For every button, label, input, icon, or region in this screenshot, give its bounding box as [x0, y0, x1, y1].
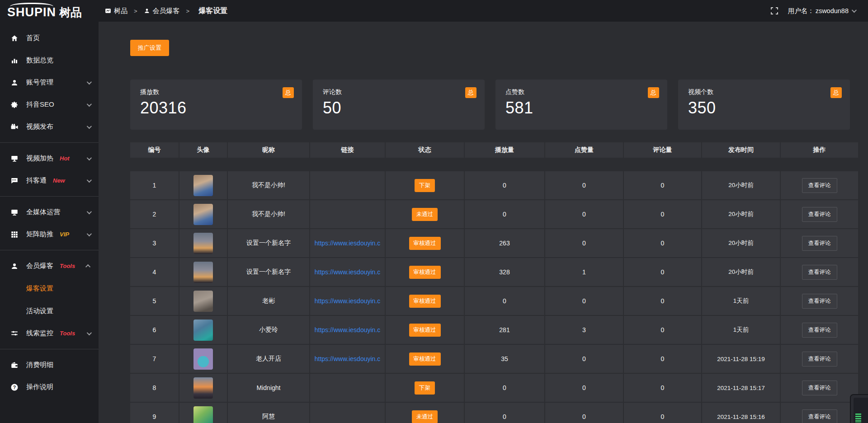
sidebar-item-label: 视频加热: [26, 154, 53, 163]
topbar: 树品 > 会员爆客 > 爆客设置 用户名：zswodun88: [0, 0, 868, 22]
video-link[interactable]: https://www.iesdouyin.c: [315, 240, 381, 247]
cell-time: 20小时前: [702, 229, 780, 257]
stat-label: 评论数: [323, 88, 475, 96]
breadcrumb-member-baoke[interactable]: 会员爆客: [144, 7, 180, 15]
total-badge: 总: [283, 87, 294, 98]
user-icon: [144, 8, 150, 14]
breadcrumb-separator: >: [134, 8, 137, 14]
col-header-time: 发布时间: [702, 142, 780, 158]
breadcrumb: 树品 > 会员爆客 > 爆客设置: [105, 6, 227, 16]
sidebar-item-douketong[interactable]: 抖客通 New: [0, 169, 99, 192]
cell-action: 查看评论: [781, 258, 858, 286]
user-menu[interactable]: 用户名：zswodun88: [788, 7, 855, 15]
fullscreen-icon[interactable]: [771, 7, 778, 14]
bar-chart-icon: [10, 56, 19, 65]
cell-comments: 0: [624, 316, 701, 344]
sidebar-item-expense-detail[interactable]: 消费明细: [0, 354, 99, 376]
brand-logo[interactable]: SHUPIN 树品: [0, 0, 99, 24]
stat-value: 350: [688, 99, 840, 118]
sidebar-item-label: 操作说明: [26, 383, 53, 391]
cell-num: 5: [130, 287, 179, 315]
sidebar-item-home[interactable]: 首页: [0, 27, 99, 49]
video-link[interactable]: https://www.iesdouyin.c: [315, 326, 381, 334]
sidebar-subitem-label: 爆客设置: [26, 284, 53, 293]
cell-plays: 281: [465, 316, 544, 344]
performance-widget[interactable]: [850, 394, 868, 423]
status-badge: 审核通过: [409, 324, 441, 337]
chevron-up-icon: [85, 264, 90, 269]
view-comments-button[interactable]: 查看评论: [802, 409, 837, 423]
sidebar-item-data-overview[interactable]: 数据总览: [0, 49, 99, 71]
cell-num: 8: [130, 374, 179, 402]
video-link[interactable]: https://www.iesdouyin.c: [315, 268, 381, 276]
cell-nickname: 老人开店: [228, 345, 309, 373]
chevron-down-icon: [87, 155, 92, 160]
cell-time: 20小时前: [702, 258, 780, 286]
view-comments-button[interactable]: 查看评论: [802, 323, 837, 338]
view-comments-button[interactable]: 查看评论: [802, 265, 837, 280]
view-comments-button[interactable]: 查看评论: [802, 207, 837, 222]
user-icon: [10, 79, 19, 87]
view-comments-button[interactable]: 查看评论: [802, 178, 837, 193]
sidebar-item-all-media[interactable]: 全媒体运营: [0, 201, 99, 223]
sidebar-item-member-baoke[interactable]: 会员爆客 Tools: [0, 255, 99, 277]
stat-card-videos: 视频个数 350 总: [678, 80, 850, 130]
sidebar-divider: [0, 196, 99, 197]
sidebar-item-matrix-boost[interactable]: 矩阵助推 VIP: [0, 223, 99, 245]
help-icon: ?: [10, 383, 19, 391]
cell-comments: 0: [624, 258, 701, 286]
sidebar-item-label: 抖客通: [26, 176, 47, 185]
sidebar-item-clue-monitor[interactable]: 线索监控 Tools: [0, 322, 99, 344]
sidebar-item-label: 视频发布: [26, 122, 53, 131]
cell-link: [310, 171, 385, 199]
cell-plays: 263: [465, 229, 544, 257]
total-badge: 总: [648, 87, 659, 98]
avatar: [193, 175, 213, 196]
sidebar-item-account-mgmt[interactable]: 账号管理: [0, 71, 99, 94]
status-badge: 审核通过: [409, 237, 441, 250]
cell-comments: 0: [624, 345, 701, 373]
brand-logo-cn: 树品: [59, 7, 82, 18]
sidebar-item-label: 矩阵助推: [26, 230, 53, 239]
sidebar-item-video-heat[interactable]: 视频加热 Hot: [0, 147, 99, 169]
view-comments-button[interactable]: 查看评论: [802, 294, 837, 309]
cell-likes: 0: [545, 229, 623, 257]
cell-nickname: 我不是小帅!: [228, 171, 309, 199]
cell-avatar: [179, 374, 227, 402]
cell-time: 20小时前: [702, 171, 780, 199]
sidebar-item-douyin-seo[interactable]: 抖音SEO: [0, 94, 99, 116]
cell-comments: 0: [624, 171, 701, 199]
chevron-down-icon: [87, 177, 92, 182]
cell-comments: 0: [624, 200, 701, 228]
chevron-down-icon: [852, 8, 857, 13]
cell-status: 审核通过: [386, 229, 464, 257]
cell-action: 查看评论: [781, 171, 858, 199]
sliders-icon: [10, 329, 19, 338]
cell-action: 查看评论: [781, 229, 858, 257]
view-comments-button[interactable]: 查看评论: [802, 352, 837, 367]
user-icon: [10, 262, 19, 270]
avatar: [193, 291, 213, 312]
cell-link: https://www.iesdouyin.c: [310, 229, 385, 257]
breadcrumb-home[interactable]: 树品: [105, 7, 127, 15]
cell-avatar: [179, 200, 227, 228]
cell-num: 4: [130, 258, 179, 286]
sidebar-subitem-baoke-settings[interactable]: 爆客设置: [0, 277, 99, 300]
sidebar-item-label: 全媒体运营: [26, 208, 60, 216]
sidebar-subitem-activity-settings[interactable]: 活动设置: [0, 300, 99, 322]
cell-nickname: Midnight: [228, 374, 309, 402]
video-link[interactable]: https://www.iesdouyin.c: [315, 297, 381, 305]
stat-label: 点赞数: [505, 88, 657, 96]
cell-likes: 0: [545, 345, 623, 373]
view-comments-button[interactable]: 查看评论: [802, 381, 837, 395]
page-title: 爆客设置: [198, 6, 227, 16]
avatar: [193, 406, 213, 423]
sidebar-item-label: 首页: [26, 34, 40, 42]
sidebar-item-video-publish[interactable]: 视频发布: [0, 116, 99, 138]
cell-avatar: [179, 287, 227, 315]
sidebar-item-instructions[interactable]: ? 操作说明: [0, 376, 99, 398]
cell-comments: 0: [624, 229, 701, 257]
view-comments-button[interactable]: 查看评论: [802, 236, 837, 251]
video-link[interactable]: https://www.iesdouyin.c: [315, 355, 381, 362]
promo-settings-button[interactable]: 推广设置: [130, 40, 169, 56]
